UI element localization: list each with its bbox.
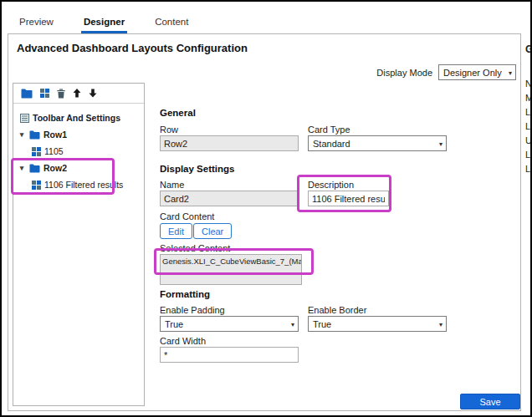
arrow-up-icon <box>73 89 81 98</box>
tree-item-toolbar-and-settings[interactable]: Toolbar And Settings <box>13 109 144 126</box>
tree-toolbar <box>13 84 144 104</box>
tree-item-row2[interactable]: ▾ Row2 <box>13 160 144 176</box>
tree-item-label: Toolbar And Settings <box>33 113 120 123</box>
display-mode-label: Display Mode <box>376 68 432 78</box>
chevron-down-icon: ▾ <box>291 320 294 328</box>
expander-icon[interactable]: ▾ <box>18 130 26 139</box>
display-mode-select[interactable]: Designer Only ▾ <box>438 64 516 80</box>
section-formatting: Formatting <box>160 289 210 299</box>
tree-item-label: Row1 <box>43 130 67 140</box>
tree-item-label: 1106 Filtered results <box>44 180 123 190</box>
card-type-value: Standard <box>313 139 350 149</box>
list-icon <box>20 114 29 123</box>
arrow-down-icon <box>89 89 97 98</box>
right-edge-fragment: L <box>525 150 530 160</box>
display-mode-value: Designer Only <box>443 68 502 78</box>
selected-content-box[interactable]: Genesis.XLI_C_CubeViewBasic_7_(Main) <box>160 254 302 285</box>
tab-preview[interactable]: Preview <box>17 8 56 33</box>
folder-icon <box>29 164 40 173</box>
move-up-button[interactable] <box>73 89 81 98</box>
grid-icon <box>40 89 49 98</box>
name-input[interactable] <box>160 191 299 206</box>
right-edge-fragment: M <box>525 93 530 103</box>
card-type-label: Card Type <box>308 125 350 135</box>
grid-icon <box>32 181 41 190</box>
enable-border-select[interactable]: True ▾ <box>308 316 447 332</box>
enable-border-label: Enable Border <box>308 305 366 315</box>
right-edge-clipped-panel: G N M L L U L L <box>525 2 530 415</box>
enable-padding-select[interactable]: True ▾ <box>160 316 299 332</box>
tree-item-1105[interactable]: 1105 <box>13 143 144 160</box>
tree-item-label: 1105 <box>44 146 64 156</box>
card-width-input[interactable] <box>160 347 299 363</box>
add-folder-button[interactable] <box>21 89 33 99</box>
chevron-down-icon: ▾ <box>439 140 442 147</box>
save-button[interactable]: Save <box>460 394 520 409</box>
enable-padding-value: True <box>165 319 183 329</box>
row-label: Row <box>160 125 178 135</box>
folder-icon <box>21 89 33 99</box>
enable-padding-label: Enable Padding <box>160 305 225 315</box>
display-mode-row: Display Mode Designer Only ▾ <box>376 64 516 80</box>
trash-icon <box>57 89 65 99</box>
edit-button[interactable]: Edit <box>160 223 192 239</box>
description-label: Description <box>308 180 354 190</box>
right-edge-fragment: L <box>525 107 530 117</box>
tree-item-label: Row2 <box>43 163 67 173</box>
app-window: Preview Designer Content Advanced Dashbo… <box>0 0 532 417</box>
right-edge-fragment: G <box>525 43 530 55</box>
selected-content-value: Genesis.XLI_C_CubeViewBasic_7_(Main) <box>161 255 301 267</box>
enable-border-value: True <box>313 319 331 329</box>
right-edge-fragment: L <box>525 164 530 174</box>
chevron-down-icon: ▾ <box>509 69 512 76</box>
grid-icon <box>32 147 41 156</box>
right-edge-fragment: N <box>525 79 530 89</box>
folder-icon <box>29 130 40 140</box>
tab-bar: Preview Designer Content <box>2 2 530 33</box>
card-content-label: Card Content <box>160 211 214 221</box>
chevron-down-icon: ▾ <box>439 320 442 328</box>
section-general: General <box>160 108 196 118</box>
delete-button[interactable] <box>57 89 65 99</box>
right-edge-fragment: U <box>525 135 530 145</box>
tree-item-row1[interactable]: ▾ Row1 <box>13 126 144 143</box>
move-down-button[interactable] <box>89 89 97 98</box>
card-width-label: Card Width <box>160 336 206 346</box>
card-type-select[interactable]: Standard ▾ <box>308 135 447 151</box>
right-edge-fragment: L <box>525 121 530 131</box>
tab-designer[interactable]: Designer <box>81 8 127 33</box>
expander-icon[interactable]: ▾ <box>18 164 26 172</box>
row-input[interactable] <box>160 135 299 151</box>
page-title: Advanced Dashboard Layouts Configuration <box>17 42 248 54</box>
layout-tree-panel: Toolbar And Settings ▾ Row1 1105 <box>13 83 145 406</box>
main-panel: Advanced Dashboard Layouts Configuration… <box>8 33 521 411</box>
add-item-button[interactable] <box>40 89 49 98</box>
description-input[interactable] <box>308 191 389 206</box>
tree-item-1106-filtered-results[interactable]: 1106 Filtered results <box>13 176 144 193</box>
name-label: Name <box>160 180 184 190</box>
section-display-settings: Display Settings <box>160 164 234 174</box>
tab-content[interactable]: Content <box>152 8 191 33</box>
tree-rows: Toolbar And Settings ▾ Row1 1105 <box>13 104 144 193</box>
selected-content-label: Selected Content <box>160 243 230 253</box>
clear-button[interactable]: Clear <box>193 223 232 239</box>
